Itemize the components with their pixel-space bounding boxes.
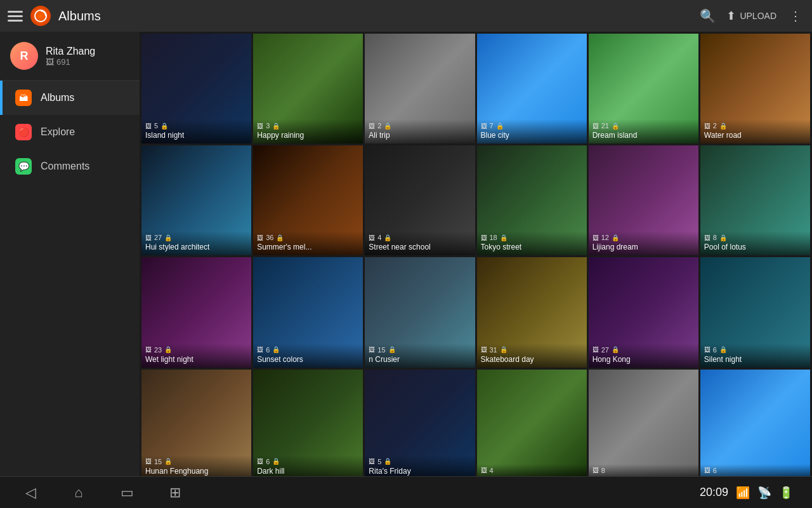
album-count: 2 — [377, 122, 381, 130]
album-tile[interactable]: 🖼6 — [700, 370, 810, 476]
album-tile-overlay: 🖼12🔒Lijiang dream — [589, 231, 698, 255]
album-tile[interactable]: 🖼15🔒n Crusier — [365, 257, 475, 367]
album-name: Street near school — [369, 243, 471, 251]
back-icon[interactable]: ◁ — [19, 481, 42, 504]
album-tile[interactable]: 🖼23🔒Wet light night — [141, 257, 251, 367]
album-tile-overlay: 🖼4🔒Street near school — [365, 231, 475, 255]
album-tile[interactable]: 🖼6🔒Silent night — [700, 257, 810, 367]
album-tile[interactable]: 🖼2🔒Ali trip — [365, 34, 475, 144]
album-name: Hui styled architect — [145, 243, 247, 251]
album-tile[interactable]: 🖼31🔒Skateboard day — [477, 257, 587, 367]
album-tile-overlay: 🖼15🔒n Crusier — [365, 344, 475, 368]
album-meta: 🖼23🔒 — [145, 346, 247, 354]
album-count: 5 — [377, 458, 381, 465]
main-content: R Rita Zhang 🖼 691 🏔 Albums 🔴 Explore 💬 … — [0, 32, 812, 476]
album-tile-overlay: 🖼2🔒Water road — [700, 119, 810, 144]
album-count: 8 — [601, 467, 605, 474]
sidebar-item-explore[interactable]: 🔴 Explore — [0, 115, 140, 149]
album-tile[interactable]: 🖼12🔒Lijiang dream — [589, 145, 698, 255]
lock-icon: 🔒 — [500, 346, 508, 353]
album-tile[interactable]: 🖼4 — [477, 370, 587, 476]
sidebar-item-comments[interactable]: 💬 Comments — [0, 149, 140, 184]
album-tile[interactable]: 🖼36🔒Summer's mel... — [253, 145, 363, 255]
menu-icon[interactable] — [8, 8, 23, 23]
album-tile[interactable]: 🖼15🔒Hunan Fenghuang — [141, 370, 251, 476]
album-count: 3 — [266, 122, 270, 130]
album-name: Lijiang dream — [593, 243, 695, 251]
lock-icon: 🔒 — [612, 346, 619, 353]
album-meta: 🖼2🔒 — [704, 122, 806, 130]
lock-icon: 🔒 — [612, 234, 619, 241]
album-meta: 🖼6🔒 — [257, 346, 359, 354]
album-meta: 🖼27🔒 — [593, 346, 695, 354]
album-meta: 🖼3🔒 — [257, 122, 359, 130]
comments-nav-label: Comments — [41, 161, 89, 172]
album-tile[interactable]: 🖼5🔒Rita's Friday — [365, 370, 475, 476]
album-tile[interactable]: 🖼5🔒Island night — [141, 34, 251, 144]
album-tile[interactable]: 🖼2🔒Water road — [700, 34, 810, 144]
sidebar: R Rita Zhang 🖼 691 🏔 Albums 🔴 Explore 💬 … — [0, 32, 140, 476]
album-tile[interactable]: 🖼27🔒Hong Kong — [589, 257, 698, 367]
album-grid: 🖼5🔒Island night🖼3🔒Happy raining🖼2🔒Ali tr… — [140, 32, 812, 476]
upload-button[interactable]: ⬆ UPLOAD — [726, 9, 776, 23]
album-tile[interactable]: 🖼8🔒Pool of lotus — [700, 145, 810, 255]
grid-icon[interactable]: ⊞ — [164, 481, 187, 504]
explore-nav-icon: 🔴 — [15, 124, 32, 140]
album-meta: 🖼12🔒 — [593, 234, 695, 241]
image-count-icon: 🖼 — [593, 123, 599, 130]
overflow-menu-icon[interactable]: ⋮ — [787, 7, 804, 25]
album-meta: 🖼6 — [704, 467, 806, 474]
image-count-icon: 🖼 — [481, 467, 487, 474]
album-tile-overlay: 🖼15🔒Hunan Fenghuang — [141, 455, 251, 476]
lock-icon: 🔒 — [719, 346, 727, 353]
album-tile-overlay: 🖼2🔒Ali trip — [365, 119, 475, 144]
sidebar-item-albums[interactable]: 🏔 Albums — [0, 81, 140, 115]
app-logo — [30, 6, 51, 26]
album-tile-overlay: 🖼31🔒Skateboard day — [477, 344, 587, 368]
album-name: Silent night — [704, 355, 806, 364]
album-tile[interactable]: 🖼21🔒Dream island — [589, 34, 698, 144]
album-tile-overlay: 🖼6🔒Dark hill — [253, 455, 363, 476]
lock-icon: 🔒 — [160, 123, 168, 130]
album-name: Water road — [704, 131, 806, 140]
home-icon[interactable]: ⌂ — [67, 481, 90, 504]
lock-icon: 🔒 — [719, 234, 727, 241]
album-grid-area: 🖼5🔒Island night🖼3🔒Happy raining🖼2🔒Ali tr… — [140, 32, 812, 476]
album-tile-overlay: 🖼6🔒Silent night — [700, 344, 810, 368]
album-meta: 🖼36🔒 — [257, 234, 359, 241]
album-name: Ali trip — [369, 131, 471, 140]
album-meta: 🖼7🔒 — [481, 122, 583, 130]
album-tile-overlay: 🖼23🔒Wet light night — [141, 344, 251, 368]
album-count: 6 — [713, 467, 717, 474]
album-name: Rita's Friday — [369, 467, 471, 476]
album-tile[interactable]: 🖼3🔒Happy raining — [253, 34, 363, 144]
album-tile[interactable]: 🖼8 — [589, 370, 698, 476]
album-name: n Crusier — [369, 355, 471, 364]
recents-icon[interactable]: ▭ — [115, 481, 138, 504]
user-name: Rita Zhang — [46, 46, 95, 57]
album-tile[interactable]: 🖼27🔒Hui styled architect — [141, 145, 251, 255]
album-meta: 🖼5🔒 — [145, 122, 247, 130]
image-count-icon: 🖼 — [593, 467, 599, 474]
lock-icon: 🔒 — [272, 458, 280, 465]
album-tile[interactable]: 🖼6🔒Dark hill — [253, 370, 363, 476]
user-profile: R Rita Zhang 🖼 691 — [0, 32, 140, 81]
lock-icon: 🔒 — [388, 346, 396, 353]
album-tile[interactable]: 🖼6🔒Sunset colors — [253, 257, 363, 367]
album-tile[interactable]: 🖼18🔒Tokyo street — [477, 145, 587, 255]
album-tile-overlay: 🖼4 — [477, 464, 587, 476]
album-name: Dream island — [593, 131, 695, 140]
album-meta: 🖼27🔒 — [145, 234, 247, 241]
album-count: 12 — [601, 234, 609, 241]
search-icon[interactable]: 🔍 — [698, 7, 716, 25]
album-tile-overlay: 🖼5🔒Rita's Friday — [365, 455, 475, 476]
album-count: 8 — [713, 234, 717, 241]
wifi-icon: 📶 — [736, 486, 750, 500]
album-name: Dark hill — [257, 467, 359, 476]
image-count-icon: 🖼 — [593, 346, 599, 353]
lock-icon: 🔒 — [384, 123, 391, 130]
image-count-icon: 🖼 — [257, 234, 263, 241]
album-tile[interactable]: 🖼4🔒Street near school — [365, 145, 475, 255]
album-count: 15 — [154, 458, 162, 465]
album-tile[interactable]: 🖼7🔒Blue city — [477, 34, 587, 144]
